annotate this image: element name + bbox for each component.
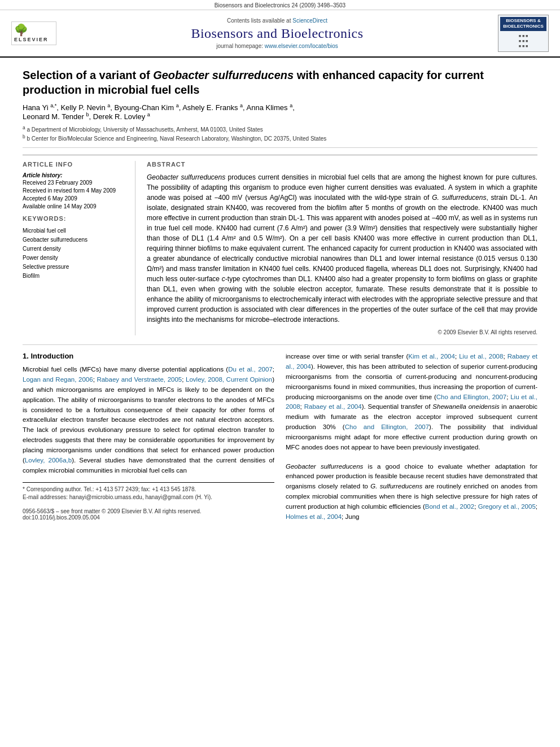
journal-logo-right: BIOSENSORS &BIOELECTRONICS ■ ■ ■■ ■ ■■ ■… (498, 15, 549, 52)
cite-liu2008[interactable]: Liu et al., 2008 (459, 353, 503, 360)
footer-bar: 0956-5663/$ – see front matter © 2009 El… (23, 508, 274, 514)
sciencedirect-link[interactable]: ScienceDirect (292, 18, 327, 24)
elsevier-text: ELSEVIER (14, 37, 54, 42)
cite-bond2002[interactable]: Bond et al., 2002 (425, 503, 474, 510)
received-date: Received 23 February 2009 (23, 180, 126, 186)
journal-homepage: journal homepage: www.elsevier.com/locat… (56, 43, 498, 49)
logo-right-detail: ■ ■ ■■ ■ ■■ ■ ■ (500, 32, 546, 50)
keyword-1: Microbial fuel cell (23, 226, 126, 235)
journal-title: Biosensors and Bioelectronics (56, 26, 498, 41)
cite-logan2006[interactable]: Logan and Regan, 2006 (23, 376, 93, 383)
journal-citation: Biosensors and Bioelectronics 24 (2009) … (0, 0, 560, 10)
article-info-label: Article Info (23, 161, 126, 168)
cite-rabaey2004b[interactable]: Rabaey et al., 2004 (304, 403, 362, 410)
footnote-corresponding: * Corresponding author. Tel.: +1 413 577… (23, 486, 274, 492)
contents-line: Contents lists available at ScienceDirec… (56, 18, 498, 24)
cite-rabaey2005[interactable]: Rabaey and Verstraete, 2005 (97, 376, 182, 383)
article-title: Selection of a variant of Geobacter sulf… (23, 68, 537, 97)
article-history: Article history: Received 23 February 20… (23, 172, 126, 209)
citation-text: Biosensors and Bioelectronics 24 (2009) … (215, 2, 345, 8)
keywords-list: Microbial fuel cell Geobacter sulfurredu… (23, 226, 126, 281)
elsevier-tree-icon: 🌳 (14, 24, 54, 36)
article-info-col: Article Info Article history: Received 2… (23, 161, 135, 335)
history-label: Article history: (23, 172, 126, 178)
body-section: 1. Introduction Microbial fuel cells (MF… (23, 344, 537, 522)
homepage-link[interactable]: www.elsevier.com/locate/bios (265, 43, 338, 49)
keyword-2: Geobacter sulfurreducens (23, 235, 126, 244)
cite-kim2004[interactable]: Kim et al., 2004 (408, 353, 455, 360)
copyright-text: © 2009 Elsevier B.V. All rights reserved… (147, 329, 537, 335)
body-col1-text: Microbial fuel cells (MFCs) have many di… (23, 365, 274, 475)
footnote-email: E-mail addresses: hanayi@microbio.umass.… (23, 494, 274, 500)
section1-heading: 1. Introduction (23, 352, 274, 360)
revised-date: Received in revised form 4 May 2009 (23, 187, 126, 194)
elsevier-logo: 🌳 ELSEVIER (11, 21, 56, 45)
available-date: Available online 14 May 2009 (23, 203, 126, 209)
body-col2-text: increase over time or with serial transf… (286, 352, 537, 452)
abstract-col: Abstract Geobacter sulfurreducens produc… (147, 161, 537, 335)
keyword-6: Biofilm (23, 272, 126, 281)
keywords-section: Keywords: Microbial fuel cell Geobacter … (23, 215, 126, 281)
logo-right-top-label: BIOSENSORS &BIOELECTRONICS (500, 17, 546, 31)
main-content: Selection of a variant of Geobacter sulf… (0, 58, 560, 533)
accepted-date: Accepted 6 May 2009 (23, 195, 126, 202)
keyword-5: Selective pressure (23, 263, 126, 272)
body-col-left: 1. Introduction Microbial fuel cells (MF… (23, 352, 274, 522)
affiliations: a a Department of Microbiology, Universi… (23, 125, 537, 142)
body-col2-text2: Geobacter sulfurreducens is a good choic… (286, 462, 537, 522)
cite-du2007[interactable]: Du et al., 2007 (228, 366, 273, 373)
keywords-label: Keywords: (23, 215, 126, 222)
footer-issn: 0956-5663/$ – see front matter © 2009 El… (23, 508, 202, 514)
cite-holmes2004[interactable]: Holmes et al., 2004 (286, 513, 342, 520)
cite-cho2007b[interactable]: Cho and Ellington, 2007 (345, 423, 429, 430)
info-abstract-row: Article Info Article history: Received 2… (23, 155, 537, 335)
cite-lovley2008[interactable]: Lovley, 2008, Current Opinion (186, 376, 272, 383)
authors-line: Hana Yi a,*, Kelly P. Nevin a, Byoung-Ch… (23, 103, 537, 121)
affiliation-a: a a Department of Microbiology, Universi… (23, 125, 537, 133)
journal-center: Contents lists available at ScienceDirec… (56, 18, 498, 49)
cite-lovley2006[interactable]: Lovley, 2006a,b (25, 457, 72, 464)
cite-cho2007[interactable]: Cho and Ellington, 2007 (436, 394, 506, 400)
keyword-4: Power density (23, 254, 126, 263)
abstract-label: Abstract (147, 161, 537, 168)
abstract-text: Geobacter sulfurreducens produces curren… (147, 172, 537, 325)
cite-gregory2005[interactable]: Gregory et al., 2005 (478, 503, 536, 510)
body-col-right: increase over time or with serial transf… (286, 352, 537, 522)
footnote-area: * Corresponding author. Tel.: +1 413 577… (23, 482, 274, 500)
footer-doi: doi:10.1016/j.bios.2009.05.004 (23, 514, 274, 521)
keyword-3: Current density (23, 244, 126, 254)
journal-header: 🌳 ELSEVIER Contents lists available at S… (0, 10, 560, 58)
body-columns: 1. Introduction Microbial fuel cells (MF… (23, 352, 537, 522)
affiliation-b: b b Center for Bio/Molecular Science and… (23, 134, 537, 142)
